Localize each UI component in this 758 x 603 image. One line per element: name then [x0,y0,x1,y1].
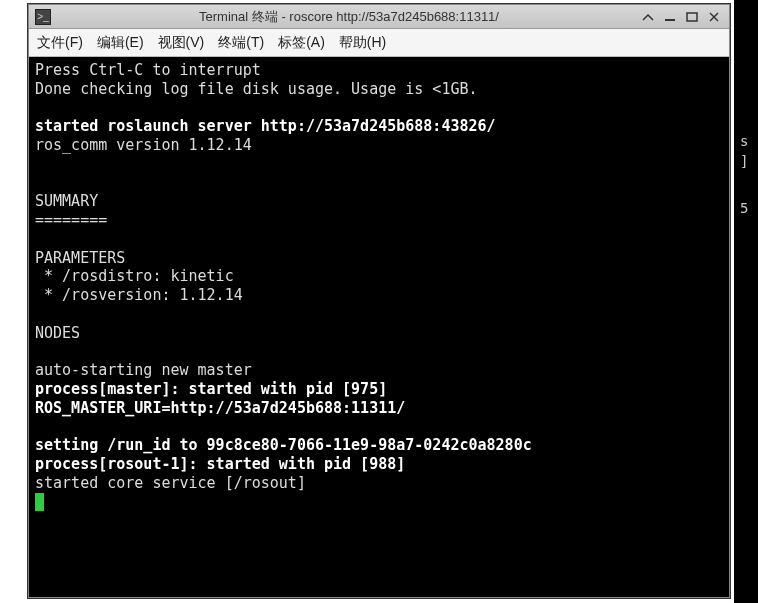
output-line: setting /run_id to 99c8ce80-7066-11e9-98… [35,436,532,454]
terminal-cursor [35,493,44,511]
output-line: SUMMARY [35,192,98,210]
output-line: ROS_MASTER_URI=http://53a7d245b688:11311… [35,399,405,417]
terminal-output[interactable]: Press Ctrl-C to interrupt Done checking … [29,57,729,597]
window-controls [639,9,723,25]
maximize-button[interactable] [683,9,701,25]
window-title: Terminal 终端 - roscore http://53a7d245b68… [59,8,639,26]
terminal-icon: >_ [35,9,51,25]
titlebar[interactable]: >_ Terminal 终端 - roscore http://53a7d245… [29,5,729,29]
menu-help[interactable]: 帮助(H) [339,34,386,52]
close-button[interactable] [705,9,723,25]
output-line: PARAMETERS [35,249,125,267]
output-line: started roslaunch server http://53a7d245… [35,117,496,135]
menu-terminal[interactable]: 终端(T) [218,34,264,52]
output-line: NODES [35,324,80,342]
output-line: * /rosdistro: kinetic [35,267,234,285]
output-line: Done checking log file disk usage. Usage… [35,80,478,98]
menu-tabs[interactable]: 标签(A) [278,34,325,52]
menu-file[interactable]: 文件(F) [37,34,83,52]
minimize-button[interactable] [661,9,679,25]
output-line: started core service [/rosout] [35,474,306,492]
menu-view[interactable]: 视图(V) [158,34,205,52]
output-line: ros_comm version 1.12.14 [35,136,252,154]
output-line: auto-starting new master [35,361,252,379]
output-line: ======== [35,211,107,229]
output-line: process[rosout-1]: started with pid [988… [35,455,405,473]
strip-char: ] [734,152,758,172]
menu-edit[interactable]: 编辑(E) [97,34,144,52]
menubar: 文件(F) 编辑(E) 视图(V) 终端(T) 标签(A) 帮助(H) [29,29,729,57]
output-line: * /rosversion: 1.12.14 [35,286,243,304]
terminal-window: >_ Terminal 终端 - roscore http://53a7d245… [28,4,730,598]
background-window-strip: s ] 5 [734,0,758,603]
svg-rect-1 [687,13,697,21]
output-line: Press Ctrl-C to interrupt [35,61,261,79]
shade-button[interactable] [639,9,657,25]
strip-char: 5 [734,199,758,219]
strip-char: s [734,132,758,152]
output-line: process[master]: started with pid [975] [35,380,387,398]
